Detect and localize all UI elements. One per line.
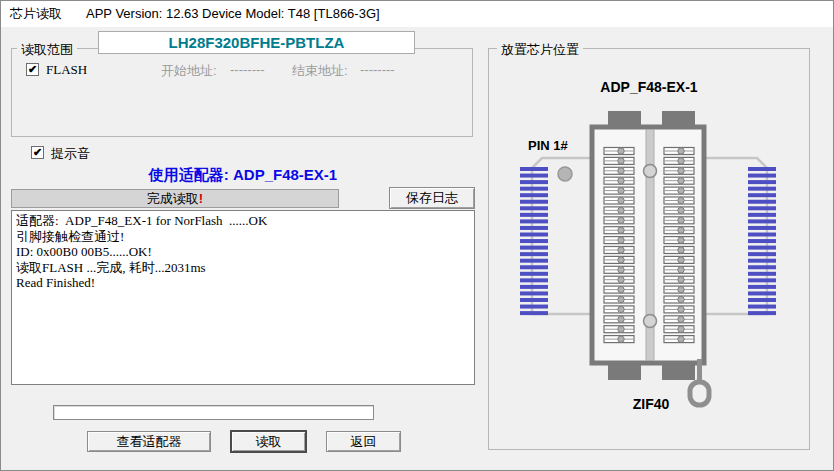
beep-checkbox-label[interactable]: 提示音 <box>51 145 90 163</box>
flash-checkbox[interactable]: ✔ <box>26 63 39 76</box>
checkbox-checked-icon: ✔ <box>33 146 42 158</box>
status-text: 完成读取 <box>147 191 199 206</box>
log-line: 引脚接触检查通过! <box>16 229 470 245</box>
log-line: 适配器: ADP_F48_EX-1 for NorFlash ......OK <box>16 213 470 229</box>
zif-lever-handle <box>690 382 709 405</box>
dialog-window: 芯片读取APP Version: 12.63 Device Model: T48… <box>0 0 834 471</box>
progress-bar <box>53 405 374 420</box>
save-log-button[interactable]: 保存日志 <box>389 187 475 209</box>
back-button[interactable]: 返回 <box>326 431 401 452</box>
checkbox-checked-icon: ✔ <box>28 63 37 75</box>
log-line: Read Finished! <box>16 275 470 291</box>
zif-socket-diagram <box>488 101 810 411</box>
chip-name-display: LH28F320BFHE-PBTLZA <box>98 31 415 54</box>
status-bar: 完成读取! <box>11 189 339 208</box>
adapter-name-label: ADP_F48-EX-1 <box>488 79 810 95</box>
title-bar: 芯片读取APP Version: 12.63 Device Model: T48… <box>1 1 833 27</box>
log-line: 读取FLASH ...完成, 耗时...2031ms <box>16 260 470 276</box>
pin1-marker-icon <box>558 167 572 181</box>
window-subtitle: APP Version: 12.63 Device Model: T48 [TL… <box>86 6 380 21</box>
chip-placement-group-label: 放置芯片位置 <box>497 41 583 59</box>
view-adapter-button[interactable]: 查看适配器 <box>87 431 211 452</box>
adapter-in-use-text: 使用适配器: ADP_F48-EX-1 <box>11 166 475 185</box>
window-title: 芯片读取 <box>10 6 62 21</box>
flash-checkbox-label[interactable]: FLASH <box>46 62 87 78</box>
read-range-group-label: 读取范围 <box>17 41 77 59</box>
channel-screw-icon <box>644 315 657 328</box>
status-exclamation: ! <box>199 191 203 206</box>
end-address-value: -------- <box>360 62 395 77</box>
log-line: ID: 0x00B0 00B5......OK! <box>16 244 470 260</box>
beep-checkbox[interactable]: ✔ <box>31 146 44 159</box>
start-address-label: 开始地址: <box>161 62 217 80</box>
channel-screw-icon <box>644 165 657 178</box>
read-button[interactable]: 读取 <box>230 430 307 453</box>
end-address-label: 结束地址: <box>292 62 348 80</box>
start-address-value: -------- <box>230 62 265 77</box>
log-output[interactable]: 适配器: ADP_F48_EX-1 for NorFlash ......OK … <box>11 210 475 385</box>
